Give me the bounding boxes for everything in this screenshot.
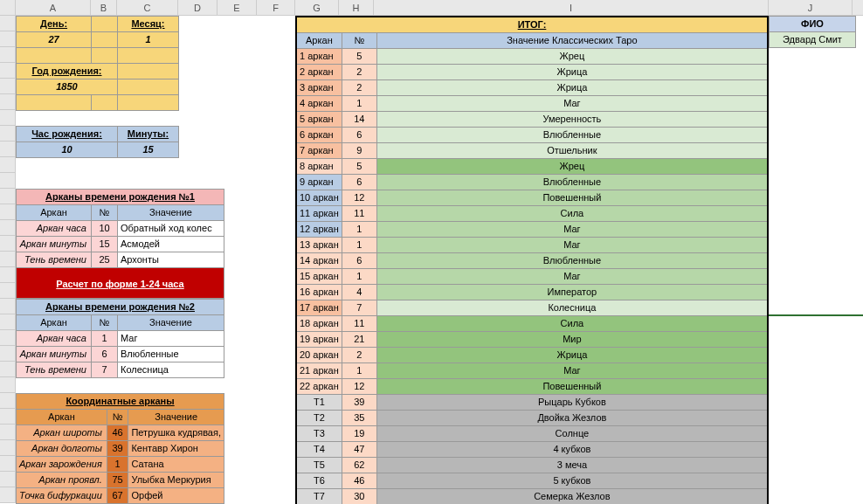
table-row: 6 аркан6Влюбленные [296,128,768,143]
table-row: Аркан минуты15Асмодей [17,237,224,252]
month-value[interactable]: 1 [118,32,179,48]
hour-label: Час рождения: [17,127,118,142]
table-row: Аркан зарождения1Сатана [17,457,224,473]
min-value[interactable]: 15 [118,142,179,158]
month-label: Месяц: [118,17,179,32]
coord-arcana: Координатные арканы Аркан № Значение Арк… [16,393,224,504]
fio-block: ФИО Эдвард Смит [769,16,856,48]
time-arcana-2: Арканы времени рождения №2 Аркан № Значе… [16,299,224,378]
table-row: Тень времени7Колесница [17,362,224,378]
row-headers [0,16,16,503]
table-row: 21 аркан1Маг [296,363,768,379]
table-row: 7 аркан9Отшельник [296,143,768,159]
table-row: Т235Двойка Жезлов [296,411,768,426]
table-row: Аркан минуты6Влюбленные [17,347,224,362]
table-row: 15 аркан1Маг [296,269,768,285]
min-label: Минуты: [118,127,179,142]
table-row: Т6465 кубков [296,473,768,489]
spreadsheet: A B C D E F G H I J День: Месяц: 27 1 Го… [0,0,863,504]
time1-title: Арканы времени рождения №1 [17,190,224,205]
table-row: 18 аркан11Сила [296,316,768,332]
year-value[interactable]: 1850 [17,79,118,95]
table-row: 16 аркан4Император [296,285,768,300]
table-row: 14 аркан6Влюбленные [296,253,768,269]
birthdate-block: День: Месяц: 27 1 Год рождения: 1850 [16,16,179,111]
table-row: Т139Рыцарь Кубков [296,395,768,411]
table-row: 19 аркан21Мир [296,332,768,348]
result-table: ИТОГ: Аркан № Значение Классических Таро… [295,16,769,504]
birthtime-block: Час рождения: Минуты: 10 15 [16,126,179,158]
table-row: Аркан часа10Обратный ход колес [17,221,224,237]
day-value[interactable]: 27 [17,32,92,48]
table-row: 22 аркан12Повешенный [296,379,768,395]
time-arcana-1: Арканы времени рождения №1 Аркан № Значе… [16,189,224,268]
green-divider [769,314,863,316]
table-row: 13 аркан1Маг [296,238,768,253]
table-row: 4 аркан1Маг [296,96,768,112]
table-row: 10 аркан12Повешенный [296,190,768,206]
table-row: Т5623 меча [296,458,768,473]
table-row: 11 аркан11Сила [296,206,768,222]
table-row: Т4474 кубков [296,442,768,458]
time2-title: Арканы времени рождения №2 [17,300,224,315]
table-row: 3 аркан2Жрица [296,80,768,96]
table-row: Аркан проявл.75Улыбка Меркурия [17,473,224,488]
table-row: Т319Солнце [296,426,768,442]
calc-button[interactable]: Расчет по форме 1-24 часа [16,267,224,299]
table-row: Аркан часа1Маг [17,331,224,347]
table-row: 2 аркан2Жрица [296,65,768,80]
table-row: Аркан долготы39Кентавр Хирон [17,441,224,457]
fio-label: ФИО [770,17,856,32]
table-row: Аркан широты46Петрушка кудрявая, [17,425,224,441]
table-row: 1 аркан5Жрец [296,49,768,65]
table-row: Точка бифуркации67Орфей [17,488,224,504]
day-label: День: [17,17,92,32]
table-row: 8 аркан5Жрец [296,159,768,175]
table-row: Т730Семерка Жезлов [296,489,768,505]
table-row: 20 аркан2Жрица [296,348,768,363]
hour-value[interactable]: 10 [17,142,118,158]
table-row: 9 аркан6Влюбленные [296,175,768,190]
fio-value[interactable]: Эдвард Смит [770,32,856,48]
year-label: Год рождения: [17,64,118,79]
table-row: 12 аркан1Маг [296,222,768,238]
col-headers: A B C D E F G H I J [0,0,863,16]
table-row: 17 аркан7Колесница [296,300,768,316]
result-title: ИТОГ: [296,17,768,33]
coord-title: Координатные арканы [17,394,224,410]
table-row: Тень времени25Архонты [17,252,224,268]
table-row: 5 аркан14Умеренность [296,112,768,128]
